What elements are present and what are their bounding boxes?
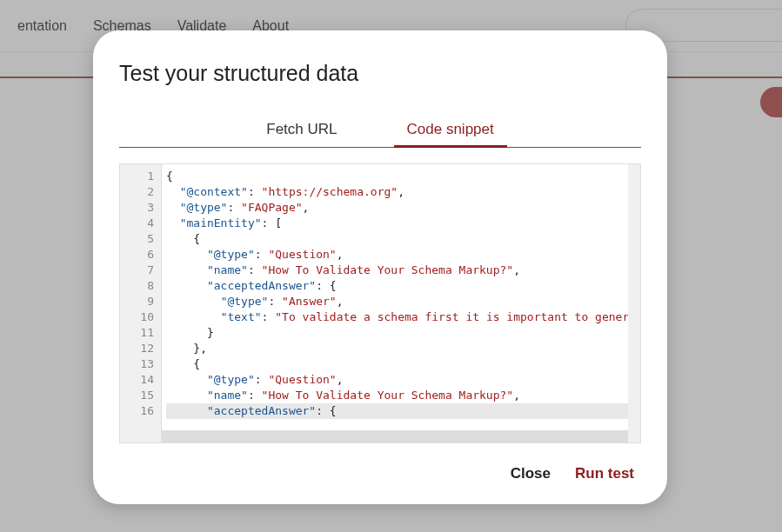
code-line: "@type": "Question", — [166, 247, 636, 263]
code-line: "acceptedAnswer": { — [166, 403, 636, 419]
line-number-gutter: 12345678910111213141516 — [120, 164, 162, 442]
line-number: 15 — [120, 388, 154, 403]
code-line: "name": "How To Validate Your Schema Mar… — [166, 388, 636, 403]
vertical-scrollbar[interactable] — [628, 164, 640, 442]
modal-tabs: Fetch URL Code snippet — [119, 112, 641, 148]
code-line: } — [166, 325, 636, 341]
modal-footer: Close Run test — [119, 443, 641, 482]
code-editor[interactable]: 12345678910111213141516 { "@context": "h… — [119, 163, 641, 443]
line-number: 16 — [120, 403, 154, 419]
code-line: "@type": "FAQPage", — [166, 200, 636, 216]
code-line: "@type": "Answer", — [166, 294, 636, 309]
code-content[interactable]: { "@context": "https://schema.org", "@ty… — [162, 164, 640, 442]
code-line: "mainEntity": [ — [166, 216, 636, 231]
code-line: { — [166, 231, 636, 247]
close-button[interactable]: Close — [511, 465, 551, 482]
line-number: 12 — [120, 341, 154, 356]
line-number: 6 — [120, 247, 154, 263]
line-number: 2 — [120, 184, 154, 200]
modal-title: Test your structured data — [119, 61, 641, 86]
line-number: 11 — [120, 325, 154, 341]
tab-code-snippet[interactable]: Code snippet — [394, 112, 507, 147]
line-number: 7 — [120, 263, 154, 278]
line-number: 14 — [120, 372, 154, 388]
code-line: "name": "How To Validate Your Schema Mar… — [166, 263, 636, 278]
structured-data-modal: Test your structured data Fetch URL Code… — [93, 30, 667, 504]
code-line: { — [166, 356, 636, 372]
line-number: 1 — [120, 169, 154, 184]
horizontal-scrollbar[interactable] — [162, 430, 628, 442]
line-number: 5 — [120, 231, 154, 247]
tab-fetch-url[interactable]: Fetch URL — [253, 112, 350, 147]
line-number: 10 — [120, 309, 154, 325]
line-number: 4 — [120, 216, 154, 231]
code-line: "@type": "Question", — [166, 372, 636, 388]
code-line: "@context": "https://schema.org", — [166, 184, 636, 200]
run-test-button[interactable]: Run test — [575, 465, 634, 482]
code-line: "text": "To validate a schema first it i… — [166, 309, 636, 325]
code-line: "acceptedAnswer": { — [166, 278, 636, 294]
line-number: 3 — [120, 200, 154, 216]
line-number: 8 — [120, 278, 154, 294]
code-line: { — [166, 169, 636, 184]
code-line: }, — [166, 341, 636, 356]
line-number: 9 — [120, 294, 154, 309]
line-number: 13 — [120, 356, 154, 372]
